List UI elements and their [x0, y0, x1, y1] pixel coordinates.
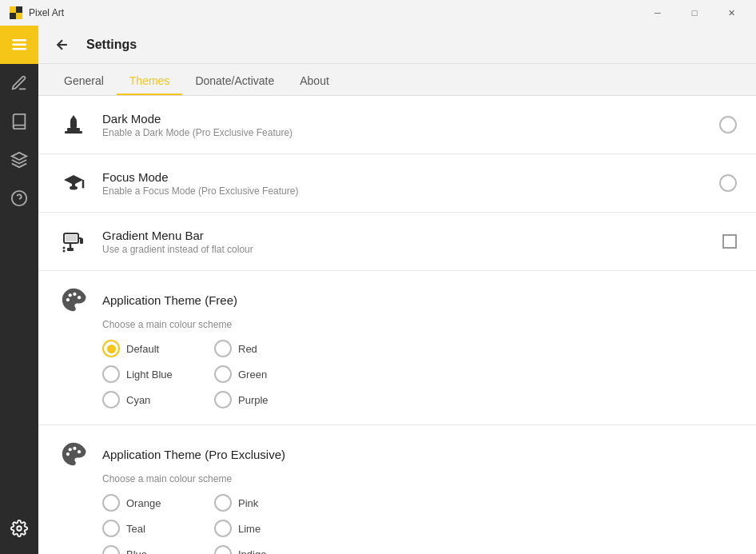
- theme-free-options: Default Red Light Blue Gre: [102, 340, 737, 409]
- back-button[interactable]: [51, 34, 74, 56]
- svg-point-19: [82, 186, 85, 189]
- theme-pink-radio[interactable]: [214, 494, 232, 512]
- tab-about[interactable]: About: [287, 68, 342, 95]
- theme-indigo-label: Indigo: [238, 548, 266, 555]
- theme-lightblue-radio[interactable]: [102, 365, 120, 383]
- theme-blue-radio[interactable]: [102, 545, 120, 554]
- gradient-menu-text: Gradient Menu Bar Use a gradient instead…: [102, 229, 710, 255]
- minimize-button[interactable]: ─: [639, 0, 676, 26]
- theme-option-lime[interactable]: Lime: [214, 520, 326, 537]
- sidebar-item-settings[interactable]: [0, 509, 38, 548]
- focus-mode-text: Focus Mode Enable a Focus Mode (Pro Excl…: [102, 170, 706, 197]
- svg-marker-7: [12, 153, 26, 160]
- titlebar-controls: ─ □ ✕: [639, 0, 750, 26]
- back-arrow-icon: [54, 37, 70, 53]
- palette-icon: [60, 286, 87, 313]
- theme-pro-options: Orange Pink Teal Lime: [102, 494, 737, 554]
- theme-option-green[interactable]: Green: [214, 365, 326, 383]
- close-button[interactable]: ✕: [713, 0, 750, 26]
- theme-purple-radio[interactable]: [214, 391, 232, 409]
- titlebar: Pixel Art ─ □ ✕: [0, 0, 756, 26]
- sidebar-item-help[interactable]: [0, 179, 38, 217]
- app-container: Settings General Themes Donate/Activate …: [0, 26, 756, 554]
- theme-free-icon-container: [58, 284, 90, 316]
- theme-red-radio[interactable]: [214, 340, 232, 357]
- svg-point-17: [70, 186, 78, 190]
- sidebar-item-layers[interactable]: [0, 141, 38, 179]
- focus-mode-control[interactable]: [719, 174, 737, 192]
- theme-option-red[interactable]: Red: [214, 340, 326, 357]
- svg-rect-3: [16, 13, 22, 19]
- app-icon: [10, 6, 22, 19]
- focus-mode-icon-container: [58, 167, 90, 199]
- theme-option-indigo[interactable]: Indigo: [214, 545, 326, 554]
- svg-rect-21: [66, 235, 77, 241]
- svg-marker-15: [64, 175, 83, 185]
- theme-teal-radio[interactable]: [102, 520, 120, 537]
- svg-point-32: [66, 452, 70, 456]
- sidebar-top[interactable]: [0, 26, 38, 64]
- tab-themes[interactable]: Themes: [117, 68, 183, 95]
- focus-mode-icon: [59, 169, 88, 197]
- gradient-menu-checkbox[interactable]: [722, 234, 737, 249]
- focus-mode-radio[interactable]: [719, 174, 737, 192]
- dark-mode-desc: Enable a Dark Mode (Pro Exclusive Featur…: [102, 127, 706, 138]
- theme-green-radio[interactable]: [214, 365, 232, 383]
- hamburger-icon: [10, 36, 28, 54]
- theme-green-label: Green: [238, 369, 267, 381]
- focus-mode-desc: Enable a Focus Mode (Pro Exclusive Featu…: [102, 185, 706, 197]
- theme-free-section: Application Theme (Free) Choose a main c…: [38, 271, 756, 425]
- svg-rect-14: [70, 120, 77, 128]
- tab-general[interactable]: General: [51, 68, 117, 95]
- dark-mode-radio[interactable]: [719, 116, 737, 134]
- theme-indigo-radio[interactable]: [214, 545, 232, 554]
- gradient-menu-title: Gradient Menu Bar: [102, 229, 710, 242]
- main-content: Settings General Themes Donate/Activate …: [38, 26, 756, 554]
- theme-option-lightblue[interactable]: Light Blue: [102, 365, 214, 383]
- gradient-menu-control[interactable]: [722, 234, 737, 249]
- dark-mode-text: Dark Mode Enable a Dark Mode (Pro Exclus…: [102, 112, 706, 138]
- svg-rect-1: [16, 6, 22, 13]
- theme-cyan-radio[interactable]: [102, 391, 120, 409]
- svg-point-34: [73, 447, 76, 450]
- gradient-menu-desc: Use a gradient instead of flat colour: [102, 244, 710, 255]
- focus-mode-title: Focus Mode: [102, 170, 706, 184]
- theme-option-pink[interactable]: Pink: [214, 494, 326, 512]
- svg-rect-12: [67, 128, 80, 131]
- theme-free-desc: Choose a main colour scheme: [102, 319, 737, 330]
- pencil-icon: [10, 74, 28, 92]
- svg-point-30: [73, 293, 76, 296]
- theme-lightblue-label: Light Blue: [126, 369, 173, 381]
- theme-default-label: Default: [126, 343, 159, 355]
- dark-mode-title: Dark Mode: [102, 112, 706, 126]
- svg-point-26: [63, 247, 66, 249]
- sidebar-item-book[interactable]: [0, 102, 38, 141]
- header: Settings: [38, 26, 756, 64]
- titlebar-title: Pixel Art: [29, 7, 64, 18]
- help-icon: [10, 189, 28, 207]
- theme-option-purple[interactable]: Purple: [214, 391, 326, 409]
- gradient-menu-icon: [59, 227, 88, 256]
- theme-default-radio[interactable]: [102, 340, 120, 357]
- sidebar-item-edit[interactable]: [0, 64, 38, 102]
- svg-point-27: [63, 250, 66, 253]
- theme-option-cyan[interactable]: Cyan: [102, 391, 214, 409]
- gradient-menu-icon-container: [58, 225, 90, 257]
- theme-option-default[interactable]: Default: [102, 340, 214, 357]
- maximize-button[interactable]: □: [676, 0, 713, 26]
- theme-option-orange[interactable]: Orange: [102, 494, 214, 512]
- theme-orange-radio[interactable]: [102, 494, 120, 512]
- sidebar-bottom: [0, 509, 38, 554]
- tab-donate[interactable]: Donate/Activate: [182, 68, 287, 95]
- theme-pro-icon-container: [58, 438, 90, 470]
- svg-point-33: [69, 448, 72, 451]
- dark-mode-control[interactable]: [719, 116, 737, 134]
- theme-pink-label: Pink: [238, 497, 258, 509]
- theme-option-teal[interactable]: Teal: [102, 520, 214, 537]
- book-icon: [10, 113, 28, 130]
- theme-lime-radio[interactable]: [214, 520, 232, 537]
- gradient-menu-row: Gradient Menu Bar Use a gradient instead…: [38, 213, 756, 271]
- theme-option-blue[interactable]: Blue: [102, 545, 214, 554]
- tabs: General Themes Donate/Activate About: [38, 64, 756, 96]
- palette-pro-icon: [60, 440, 87, 468]
